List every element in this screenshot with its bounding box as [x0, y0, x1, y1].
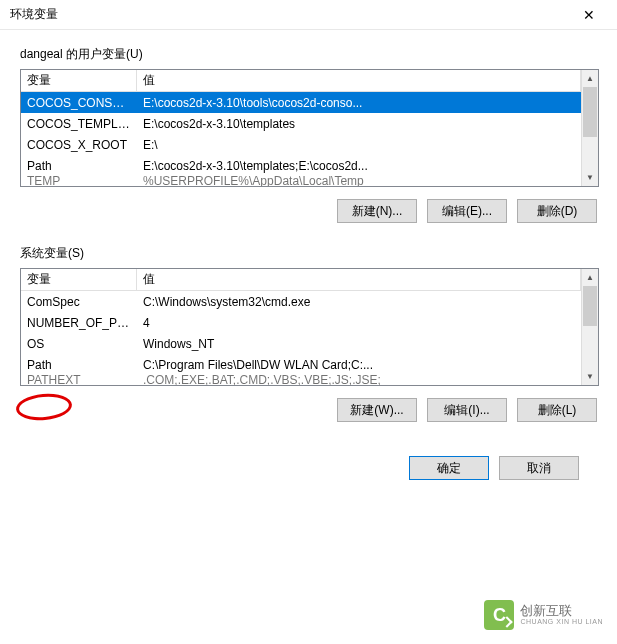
list-item[interactable]: PATHEXT .COM;.EXE;.BAT;.CMD;.VBS;.VBE;.J…	[21, 375, 581, 385]
dialog-body: dangeal 的用户变量(U) 变量 值 COCOS_CONSOL... E:…	[0, 30, 617, 480]
window-title: 环境变量	[10, 6, 58, 23]
scrollbar[interactable]: ▲ ▼	[581, 70, 598, 186]
user-vars-listbox[interactable]: 变量 值 COCOS_CONSOL... E:\cocos2d-x-3.10\t…	[20, 69, 599, 187]
col-variable[interactable]: 变量	[21, 70, 137, 92]
edit-user-var-button[interactable]: 编辑(E)...	[427, 199, 507, 223]
watermark: C 创新互联 CHUANG XIN HU LIAN	[484, 600, 603, 630]
list-item[interactable]: NUMBER_OF_PR... 4	[21, 312, 581, 333]
scrollbar[interactable]: ▲ ▼	[581, 269, 598, 385]
user-list-header: 变量 值	[21, 70, 581, 92]
scroll-up-icon[interactable]: ▲	[582, 269, 598, 286]
scroll-up-icon[interactable]: ▲	[582, 70, 598, 87]
col-value[interactable]: 值	[137, 70, 581, 92]
new-user-var-button[interactable]: 新建(N)...	[337, 199, 417, 223]
list-item[interactable]: ComSpec C:\Windows\system32\cmd.exe	[21, 291, 581, 312]
system-vars-listbox[interactable]: 变量 值 ComSpec C:\Windows\system32\cmd.exe…	[20, 268, 599, 386]
col-variable[interactable]: 变量	[21, 269, 137, 291]
system-list-header: 变量 值	[21, 269, 581, 291]
new-system-var-button[interactable]: 新建(W)...	[337, 398, 417, 422]
delete-system-var-button[interactable]: 删除(L)	[517, 398, 597, 422]
list-item[interactable]: Path C:\Program Files\Dell\DW WLAN Card;…	[21, 354, 581, 375]
system-vars-label: 系统变量(S)	[20, 245, 599, 262]
delete-user-var-button[interactable]: 删除(D)	[517, 199, 597, 223]
scroll-down-icon[interactable]: ▼	[582, 169, 598, 186]
watermark-logo-icon: C	[484, 600, 514, 630]
list-item[interactable]: TEMP %USERPROFILE%\AppData\Local\Temp	[21, 176, 581, 186]
watermark-text-cn: 创新互联	[520, 604, 603, 618]
list-item[interactable]: COCOS_X_ROOT E:\	[21, 134, 581, 155]
ok-button[interactable]: 确定	[409, 456, 489, 480]
user-vars-label: dangeal 的用户变量(U)	[20, 46, 599, 63]
dialog-footer: 确定 取消	[20, 440, 599, 480]
list-item[interactable]: Path E:\cocos2d-x-3.10\templates;E:\coco…	[21, 155, 581, 176]
edit-system-var-button[interactable]: 编辑(I)...	[427, 398, 507, 422]
scroll-down-icon[interactable]: ▼	[582, 368, 598, 385]
list-item[interactable]: OS Windows_NT	[21, 333, 581, 354]
close-button[interactable]: ✕	[569, 1, 609, 29]
col-value[interactable]: 值	[137, 269, 581, 291]
scroll-thumb[interactable]	[583, 87, 597, 137]
watermark-text-en: CHUANG XIN HU LIAN	[520, 618, 603, 626]
scroll-thumb[interactable]	[583, 286, 597, 326]
system-buttons: 新建(W)... 编辑(I)... 删除(L)	[20, 386, 599, 440]
titlebar: 环境变量 ✕	[0, 0, 617, 30]
list-item[interactable]: COCOS_CONSOL... E:\cocos2d-x-3.10\tools\…	[21, 92, 581, 113]
list-item[interactable]: COCOS_TEMPLA... E:\cocos2d-x-3.10\templa…	[21, 113, 581, 134]
cancel-button[interactable]: 取消	[499, 456, 579, 480]
user-buttons: 新建(N)... 编辑(E)... 删除(D)	[20, 187, 599, 241]
